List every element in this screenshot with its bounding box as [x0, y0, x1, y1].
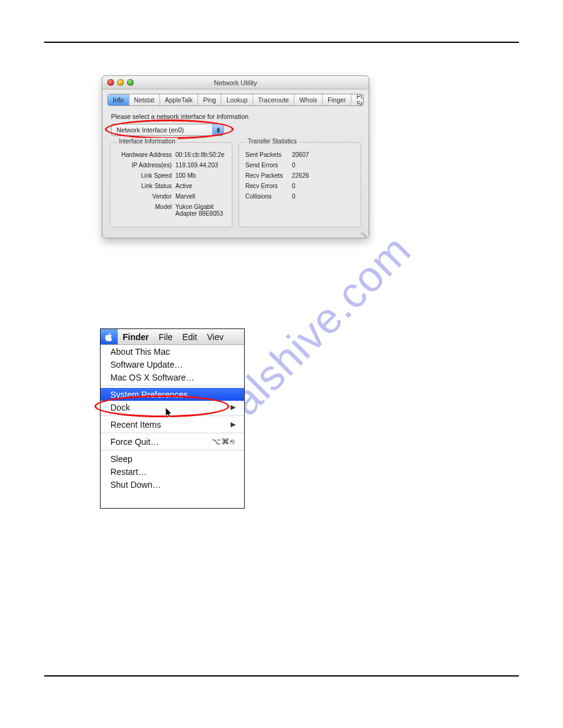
tab-portscan[interactable]: Port Scan — [351, 94, 364, 105]
menu-separator — [101, 450, 244, 450]
menu-dock[interactable]: Dock ▶ — [101, 401, 244, 414]
status-label: Link Status — [115, 183, 175, 189]
menu-recent-label: Recent Items — [110, 420, 161, 430]
senderr-label: Send Errors — [244, 162, 292, 169]
transfer-stats-group: Transfer Statistics Sent Packets20607 Se… — [239, 142, 361, 227]
menubar-view[interactable]: Viev — [202, 332, 228, 342]
menubar-edit[interactable]: Edit — [177, 332, 202, 342]
menu-separator — [101, 433, 244, 433]
page-rule-bottom — [44, 675, 519, 677]
menu-recent[interactable]: Recent Items ▶ — [101, 418, 244, 431]
tab-traceroute[interactable]: Traceroute — [253, 94, 294, 105]
menu-about[interactable]: About This Mac — [101, 345, 244, 358]
tab-bar: Info Netstat AppleTalk Ping Lookup Trace… — [107, 94, 364, 106]
recv-label: Recv Packets — [244, 172, 292, 179]
senderr-value: 0 — [292, 162, 356, 169]
speed-value: 100 Mb — [175, 172, 227, 179]
ip-label: IP Address(es) — [115, 162, 175, 169]
interface-select-value: Network Interface (en0) — [117, 126, 184, 134]
sent-value: 20607 — [292, 151, 356, 158]
network-utility-window: Network Utility Info Netstat AppleTalk P… — [102, 75, 369, 238]
menu-shutdown[interactable]: Shut Down… — [101, 478, 244, 491]
apple-menu-screenshot: Finder File Edit Viev About This Mac Sof… — [100, 328, 245, 509]
menu-forcequit-label: Force Quit… — [110, 437, 159, 447]
tab-ping[interactable]: Ping — [198, 94, 221, 105]
select-arrows-icon — [212, 124, 223, 135]
recverr-label: Recv Errors — [244, 183, 292, 189]
menu-osxsoft-label: Mac OS X Software… — [110, 373, 194, 382]
tab-info[interactable]: Info — [108, 94, 129, 105]
page-rule-top — [44, 42, 519, 43]
apple-dropdown: About This Mac Software Update… Mac OS X… — [101, 345, 244, 491]
coll-label: Collisions — [244, 193, 292, 200]
vendor-value: Marvell — [175, 193, 227, 200]
vendor-label: Vendor — [115, 193, 175, 200]
ip-value: 118.169.44.203 — [175, 162, 227, 169]
menu-swupdate[interactable]: Software Update… — [101, 358, 244, 371]
menu-sysprefs-label: System Preferences… — [110, 390, 196, 400]
interface-info-group: Interface Information Hardware Address00… — [110, 142, 232, 227]
interface-select-wrap: Network Interface (en0) — [111, 124, 224, 136]
submenu-arrow-icon: ▶ — [231, 403, 236, 411]
menu-shutdown-label: Shut Down… — [110, 480, 161, 490]
resize-handle-icon[interactable] — [360, 229, 367, 237]
model-label: Model — [115, 203, 175, 217]
menubar-finder[interactable]: Finder — [118, 332, 154, 342]
hw-label: Hardware Address — [115, 151, 175, 158]
menu-separator — [101, 415, 244, 416]
menubar-file[interactable]: File — [154, 332, 178, 342]
tab-whois[interactable]: Whois — [294, 94, 323, 105]
apple-menu-button[interactable] — [101, 329, 118, 344]
menu-restart[interactable]: Restart… — [101, 465, 244, 478]
submenu-arrow-icon: ▶ — [231, 420, 236, 428]
prompt-text: Please select a network interface for in… — [111, 113, 369, 120]
interface-select[interactable]: Network Interface (en0) — [111, 124, 224, 136]
tab-appletalk[interactable]: AppleTalk — [160, 94, 199, 105]
menu-sleep[interactable]: Sleep — [101, 452, 244, 465]
coll-value: 0 — [292, 193, 356, 200]
hw-value: 00:16:cb:8b:50:2e — [175, 151, 227, 158]
menu-dock-label: Dock — [110, 403, 130, 412]
recverr-value: 0 — [292, 183, 356, 189]
transfer-stats-title: Transfer Statistics — [245, 138, 299, 145]
tab-lookup[interactable]: Lookup — [221, 94, 253, 105]
menu-sleep-label: Sleep — [110, 454, 132, 464]
sent-label: Sent Packets — [244, 151, 292, 158]
interface-info-title: Interface Information — [117, 138, 178, 145]
menu-swupdate-label: Software Update… — [110, 360, 183, 370]
menu-sysprefs[interactable]: System Preferences… — [101, 388, 244, 401]
tab-netstat[interactable]: Netstat — [129, 94, 160, 105]
speed-label: Link Speed — [115, 172, 175, 179]
status-value: Active — [175, 183, 227, 189]
window-title: Network Utility — [102, 79, 369, 86]
menu-osxsoft[interactable]: Mac OS X Software… — [101, 371, 244, 384]
menu-about-label: About This Mac — [110, 347, 170, 357]
tab-finger[interactable]: Finger — [323, 94, 351, 105]
menubar: Finder File Edit Viev — [101, 329, 244, 345]
titlebar: Network Utility — [102, 76, 369, 89]
menu-separator — [101, 385, 244, 386]
recv-value: 22626 — [292, 172, 356, 179]
menu-forcequit[interactable]: Force Quit… ⌥⌘⎋ — [101, 435, 244, 448]
apple-logo-icon — [105, 332, 113, 342]
menu-restart-label: Restart… — [110, 467, 147, 477]
model-value: Yukon Gigabit Adapter 88E8053 — [175, 203, 227, 217]
menu-forcequit-shortcut: ⌥⌘⎋ — [212, 437, 236, 446]
